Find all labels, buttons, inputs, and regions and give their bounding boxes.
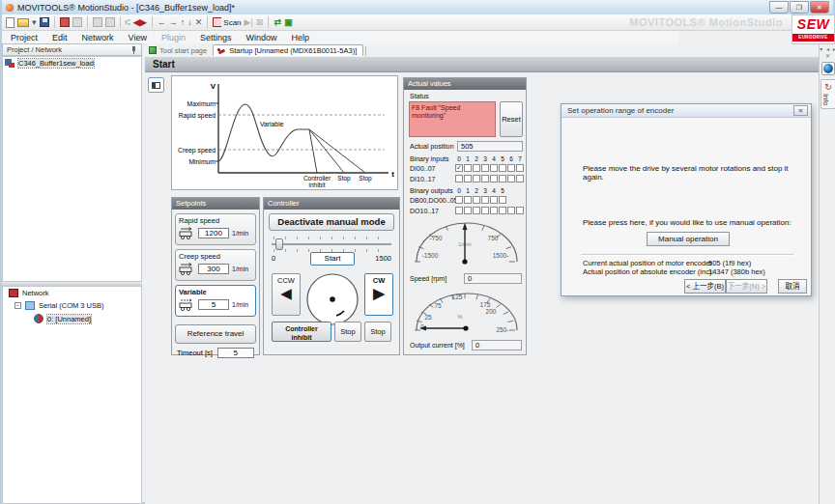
cancel-nav-icon[interactable]: ✕ bbox=[195, 16, 203, 28]
copy-icon bbox=[93, 17, 102, 27]
new-project-icon[interactable] bbox=[6, 17, 14, 28]
do15-checkbox[interactable] bbox=[499, 207, 506, 214]
collapse-node-icon[interactable]: − bbox=[14, 302, 21, 309]
menu-help[interactable]: Help bbox=[291, 33, 309, 42]
inhibit-line2: inhibit bbox=[273, 333, 331, 342]
project-tree-item[interactable]: C346_Buffer1sew_load bbox=[3, 57, 141, 70]
creep-speed-group[interactable]: Creep speed 300 1/min bbox=[175, 249, 256, 281]
reference-travel-button[interactable]: Reference travel bbox=[175, 324, 256, 344]
do01-checkbox[interactable] bbox=[464, 196, 472, 204]
di00-checkbox[interactable]: ✓ bbox=[455, 164, 463, 172]
di02-checkbox[interactable] bbox=[473, 164, 480, 172]
menu-settings[interactable]: Settings bbox=[200, 33, 232, 42]
info-dock-tab[interactable]: ↻ Info bbox=[821, 79, 835, 109]
connect-icon[interactable]: ⇄ bbox=[274, 16, 281, 28]
tab-tool-start-page[interactable]: Tool start page bbox=[145, 44, 213, 56]
forward-icon[interactable]: → bbox=[169, 16, 178, 28]
trolley-icon bbox=[179, 298, 195, 311]
timeout-input[interactable]: 5 bbox=[217, 348, 254, 358]
copy-device-icon[interactable] bbox=[60, 17, 70, 27]
speed-slider[interactable] bbox=[272, 237, 391, 252]
do12-checkbox[interactable] bbox=[473, 207, 480, 214]
step-icon: ▶| bbox=[245, 16, 253, 28]
di07-checkbox[interactable] bbox=[516, 164, 524, 172]
scan-button[interactable]: Scan bbox=[213, 17, 241, 27]
dialog-manual-message: Please press here, if you would like to … bbox=[583, 218, 792, 227]
menu-edit[interactable]: Edit bbox=[52, 33, 68, 42]
do14-checkbox[interactable] bbox=[490, 207, 498, 214]
minimize-button[interactable]: — bbox=[769, 1, 789, 14]
cw-button[interactable]: CW ▶ bbox=[364, 273, 393, 316]
di10-checkbox[interactable] bbox=[455, 175, 463, 182]
menu-network[interactable]: Network bbox=[82, 33, 114, 42]
dialog-close-button[interactable]: ✕ bbox=[793, 105, 808, 116]
manual-operation-button[interactable]: Manual operation bbox=[647, 232, 730, 246]
close-button[interactable]: ✕ bbox=[810, 1, 829, 14]
rapid-speed-group[interactable]: Rapid speed 1200 1/min bbox=[175, 213, 256, 245]
maximize-button[interactable]: ❐ bbox=[790, 1, 809, 14]
collapse-panel-button[interactable] bbox=[148, 77, 164, 93]
deactivate-manual-mode-button[interactable]: Deactivate manual mode bbox=[269, 213, 394, 231]
speed-curve bbox=[218, 104, 309, 161]
do04-checkbox[interactable] bbox=[490, 196, 498, 204]
reset-button[interactable]: Reset bbox=[500, 101, 523, 137]
di12-checkbox[interactable] bbox=[473, 175, 480, 182]
pin-icon[interactable] bbox=[130, 46, 137, 54]
network-root-item[interactable]: Network bbox=[3, 287, 141, 299]
online-mode-icon[interactable]: ▣ bbox=[284, 16, 293, 28]
di01-checkbox[interactable] bbox=[464, 164, 472, 172]
di04-checkbox[interactable] bbox=[490, 164, 498, 172]
do10-checkbox[interactable] bbox=[455, 207, 463, 214]
do13-checkbox[interactable] bbox=[481, 207, 489, 214]
do16-checkbox[interactable] bbox=[507, 207, 515, 214]
creep-speed-input[interactable]: 300 bbox=[198, 264, 229, 274]
open-dropdown-icon[interactable]: ▾ bbox=[32, 16, 37, 28]
tab-startup[interactable]: Startup [Unnamed (MDX61B0011-5A3)] bbox=[213, 44, 363, 56]
open-project-icon[interactable] bbox=[17, 18, 29, 27]
di15-checkbox[interactable] bbox=[499, 175, 506, 182]
down-icon[interactable]: ↓ bbox=[187, 16, 192, 28]
current-gauge-unit: % bbox=[457, 314, 463, 320]
db00-checkbox[interactable] bbox=[455, 196, 463, 204]
do05-checkbox[interactable] bbox=[499, 196, 506, 204]
speed-gauge-right-mid: 750 bbox=[488, 235, 499, 241]
variable-speed-group[interactable]: Variable 5 1/min bbox=[175, 285, 256, 317]
menu-view[interactable]: View bbox=[129, 33, 147, 42]
do17-checkbox[interactable] bbox=[516, 207, 524, 214]
stop-button-1[interactable]: Stop bbox=[334, 322, 361, 342]
device-item[interactable]: 0: [Unnamed] bbox=[3, 312, 141, 325]
wizard-cancel-button[interactable]: 取消 bbox=[778, 279, 807, 294]
dock-corner-icons[interactable]: ▾ ◂ ▸ ✕ bbox=[820, 43, 835, 59]
di03-checkbox[interactable] bbox=[481, 164, 489, 172]
swap-icon[interactable]: ◀▶ bbox=[133, 16, 147, 28]
do03-checkbox[interactable] bbox=[481, 196, 489, 204]
di05-checkbox[interactable] bbox=[499, 164, 506, 172]
di14-checkbox[interactable] bbox=[490, 175, 498, 182]
up-icon[interactable]: ↑ bbox=[181, 16, 186, 28]
browser-dock-button[interactable] bbox=[821, 62, 835, 75]
rapid-speed-input[interactable]: 1200 bbox=[198, 228, 229, 238]
wizard-back-button[interactable]: < 上一步(B) bbox=[684, 279, 726, 294]
menu-window[interactable]: Window bbox=[245, 33, 276, 42]
di17-checkbox[interactable] bbox=[516, 175, 524, 182]
di13-checkbox[interactable] bbox=[481, 175, 489, 182]
trolley-icon bbox=[179, 227, 195, 239]
di16-checkbox[interactable] bbox=[507, 175, 515, 182]
do11-checkbox[interactable] bbox=[464, 207, 472, 214]
chart-controller-inhibit-2: inhibit bbox=[309, 182, 326, 188]
ccw-label: CCW bbox=[273, 276, 300, 285]
dialog-title-bar[interactable]: Set operation range of encoder ✕ bbox=[561, 104, 811, 118]
di06-checkbox[interactable] bbox=[507, 164, 515, 172]
save-icon[interactable] bbox=[40, 17, 49, 27]
ccw-button[interactable]: CCW ◀ bbox=[272, 273, 301, 316]
menu-project[interactable]: Project bbox=[11, 33, 38, 42]
do02-checkbox[interactable] bbox=[473, 196, 480, 204]
serial-item[interactable]: − Serial (COM 3 USB) bbox=[3, 299, 141, 312]
controller-inhibit-button[interactable]: Controller inhibit bbox=[272, 322, 331, 342]
variable-speed-input[interactable]: 5 bbox=[198, 299, 229, 310]
back-icon[interactable]: ← bbox=[158, 16, 166, 28]
di11-checkbox[interactable] bbox=[464, 175, 472, 182]
chart-stop1-label: Stop bbox=[337, 175, 351, 182]
stop-button-2[interactable]: Stop bbox=[364, 322, 391, 342]
start-button[interactable]: Start bbox=[310, 252, 355, 266]
